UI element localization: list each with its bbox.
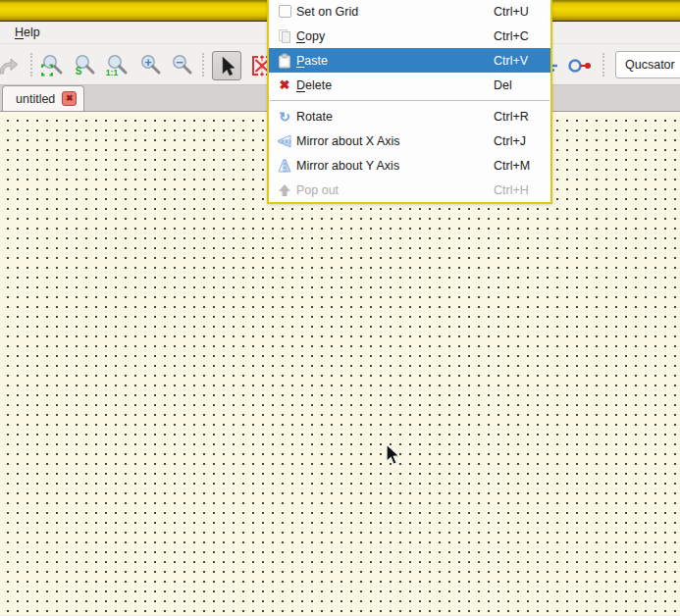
menu-item-label: Set on Grid (296, 5, 358, 19)
zoom-out-button[interactable]: − (168, 52, 195, 79)
menu-item-mirror-about-x-axis[interactable]: Mirror about X AxisCtrl+J (269, 128, 550, 153)
select-button[interactable] (212, 51, 241, 80)
mouse-cursor (386, 443, 403, 467)
menu-item-paste[interactable]: PasteCtrl+V (269, 48, 550, 73)
port-icon (566, 56, 594, 76)
svg-text:−: − (176, 55, 183, 70)
menu-item-label: Pop out (296, 183, 339, 197)
context-menu: Edit Circuit SymbolF9Document Settings..… (267, 0, 552, 204)
menu-item-shortcut: Ctrl+J (494, 134, 526, 148)
menu-item-label: Mirror about Y Axis (296, 159, 399, 173)
paste-icon (273, 53, 296, 69)
zoom-1-1-icon: 1:1 (103, 53, 132, 78)
menu-item-label: Paste (296, 54, 328, 68)
simulator-select[interactable]: Qucsator (615, 51, 680, 78)
svg-text:1:1: 1:1 (106, 68, 119, 77)
delete-icon: ✖ (273, 77, 296, 93)
menu-item-rotate[interactable]: ↻RotateCtrl+R (269, 104, 550, 128)
toolbar-grip (602, 53, 605, 77)
menu-item-shortcut: Ctrl+C (494, 29, 529, 43)
rotate-icon: ↻ (273, 109, 296, 125)
menu-item-label: Copy (296, 29, 325, 43)
menu-item-set-on-grid[interactable]: Set on GridCtrl+U (269, 0, 550, 24)
menu-item-pop-out[interactable]: Pop outCtrl+H (269, 178, 550, 202)
port-button[interactable] (565, 52, 595, 79)
menu-item-delete[interactable]: ✖DeleteDel (269, 73, 550, 97)
menu-item-copy[interactable]: CopyCtrl+C (269, 24, 550, 48)
menu-item-shortcut: Ctrl+U (494, 5, 529, 19)
tab-untitled[interactable]: untitled ✖ (2, 85, 84, 111)
toolbar-grip (30, 53, 33, 77)
zoom-in-icon: + (137, 53, 163, 78)
mirror-x-icon (273, 133, 296, 149)
menu-item-shortcut: Ctrl+V (494, 54, 528, 68)
menu-item-label: Rotate (296, 110, 333, 124)
menu-item-label: Mirror about X Axis (296, 134, 400, 148)
schematic-canvas[interactable]: Edit Circuit SymbolF9Document Settings..… (0, 112, 680, 615)
menu-item-shortcut: Ctrl+M (494, 159, 530, 173)
simulator-value: Qucsator (625, 58, 675, 72)
menubar-item-help[interactable]: Help (6, 22, 49, 43)
tab-label: untitled (16, 92, 55, 106)
select-pointer-icon (215, 54, 238, 77)
tab-close-button[interactable]: ✖ (62, 91, 77, 106)
copy-icon (273, 28, 296, 44)
zoom-in-button[interactable]: + (136, 52, 164, 79)
menu-item-shortcut: Ctrl+H (494, 183, 529, 197)
pop-out-icon (273, 182, 296, 198)
menu-item-shortcut: Ctrl+R (494, 110, 529, 124)
application-window: [qucs] qucs-s 25.1 Help S (0, 0, 680, 616)
zoom-selection-button[interactable]: S (71, 52, 98, 79)
checkbox-icon (273, 4, 296, 20)
redo-button[interactable] (0, 52, 23, 79)
redo-icon (0, 55, 21, 77)
menu-item-mirror-about-y-axis[interactable]: Mirror about Y AxisCtrl+M (269, 153, 550, 178)
svg-text:S: S (76, 66, 82, 77)
svg-text:+: + (144, 55, 152, 70)
menu-item-label: Delete (296, 78, 332, 92)
toolbar-grip (202, 53, 205, 77)
menu-item-shortcut: Del (494, 78, 512, 92)
zoom-selection-icon: S (72, 53, 97, 78)
zoom-out-icon: − (169, 53, 194, 78)
zoom-1-1-button[interactable]: 1:1 (102, 52, 133, 79)
mirror-y-icon (273, 158, 296, 174)
zoom-fit-button[interactable] (38, 52, 66, 79)
menu-separator (269, 97, 550, 104)
zoom-fit-icon (39, 53, 65, 78)
